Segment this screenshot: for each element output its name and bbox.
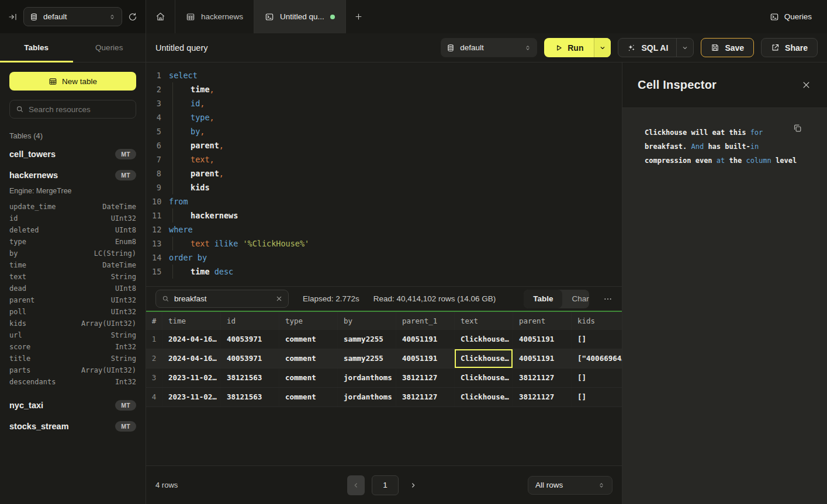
sql-ai-button[interactable]: SQL AI (618, 38, 694, 57)
sidebar-tab-tables[interactable]: Tables (0, 33, 73, 62)
tab-home[interactable] (146, 0, 175, 33)
collapse-sidebar-icon[interactable] (8, 12, 18, 22)
grid-cell[interactable]: 38121127 (396, 369, 455, 387)
sql-token: kids (191, 180, 210, 194)
grid-cell[interactable]: 4 (146, 388, 162, 406)
column-row: kidsArray(UInt32) (9, 318, 136, 329)
table-icon (186, 12, 195, 22)
run-button[interactable]: Run (544, 38, 611, 57)
grid-cell[interactable]: [] (572, 369, 622, 387)
grid-cell[interactable]: sammy2255 (338, 349, 396, 368)
copy-icon[interactable] (793, 123, 802, 133)
grid-header-cell[interactable]: kids (572, 312, 622, 330)
sidebar-table-row[interactable]: stocks_streamMT (9, 416, 136, 437)
results-footer: 4 rows (146, 465, 622, 504)
grid-cell[interactable]: Clickhouse… (455, 369, 513, 387)
grid-cell[interactable]: jordanthoms (338, 388, 396, 406)
sql-token: desc (214, 265, 234, 279)
grid-cell[interactable]: 1 (146, 330, 162, 349)
chevron-down-icon (681, 44, 688, 51)
line-code: parent, (169, 166, 224, 180)
tab-label: hackernews (201, 12, 243, 21)
new-tab-button[interactable] (346, 0, 371, 33)
view-toggle-chart[interactable]: Chart (562, 290, 589, 308)
save-button[interactable]: Save (701, 38, 754, 57)
queries-button[interactable]: Queries (770, 0, 812, 33)
grid-header-cell[interactable]: parent_1 (396, 312, 455, 330)
view-toggle-table[interactable]: Table (524, 290, 562, 308)
read-stat: Read: 40,414,102 rows (14.06 GB) (373, 294, 496, 303)
grid-cell[interactable]: 2024-04-16… (162, 349, 221, 368)
grid-cell[interactable]: 38121563 (221, 388, 279, 406)
selected-cell[interactable]: Clickhouse… (455, 349, 513, 368)
grid-header-cell[interactable]: text (455, 312, 513, 330)
tab-untitled-query[interactable]: Untitled qu... (254, 0, 346, 33)
grid-cell[interactable]: 38121127 (513, 388, 572, 406)
grid-header-cell[interactable]: type (279, 312, 338, 330)
tab-label: Untitled qu... (280, 12, 324, 21)
more-options-icon[interactable] (603, 294, 613, 304)
clear-search-icon[interactable] (276, 296, 282, 302)
sidebar-table-row[interactable]: nyc_taxiMT (9, 395, 136, 416)
column-row: urlString (9, 329, 136, 341)
tab-hackernews[interactable]: hackernews (175, 0, 254, 33)
connection-select[interactable]: default (23, 7, 122, 26)
grid-cell[interactable]: 2023-11-02… (162, 388, 221, 406)
sidebar-table-row[interactable]: hackernewsMT (9, 165, 136, 186)
new-table-button[interactable]: New table (9, 72, 136, 91)
prev-page-button[interactable] (347, 475, 365, 495)
next-page-button[interactable] (406, 475, 421, 495)
column-type: Int32 (115, 341, 136, 353)
grid-cell[interactable]: 40051191 (513, 349, 572, 368)
line-number: 7 (146, 152, 161, 166)
grid-cell[interactable]: comment (279, 369, 338, 387)
results-search[interactable] (155, 290, 289, 308)
grid-cell[interactable]: 40051191 (513, 330, 572, 349)
page-size-select[interactable]: All rows (528, 476, 613, 495)
grid-cell[interactable]: Clickhouse… (455, 388, 513, 406)
resource-search-input[interactable] (29, 105, 130, 114)
grid-cell[interactable]: [] (572, 388, 622, 406)
resource-search[interactable] (9, 100, 136, 119)
sidebar-table-row[interactable]: cell_towersMT (9, 144, 136, 165)
share-button[interactable]: Share (761, 38, 818, 57)
grid-cell[interactable]: sammy2255 (338, 330, 396, 349)
sql-editor[interactable]: 1select2time,3id,4type,5by,6parent,7text… (146, 62, 622, 286)
run-options-button[interactable] (594, 38, 611, 57)
grid-cell[interactable]: jordanthoms (338, 369, 396, 387)
grid-cell[interactable]: 2 (146, 349, 162, 368)
queries-button-label: Queries (784, 12, 812, 21)
grid-cell[interactable]: 3 (146, 369, 162, 387)
search-icon (16, 105, 24, 113)
query-connection-select[interactable]: default (441, 38, 537, 57)
grid-cell[interactable]: Clickhouse… (455, 330, 513, 349)
grid-header-cell[interactable]: time (162, 312, 221, 330)
grid-header-cell[interactable]: parent (513, 312, 572, 330)
grid-header-cell[interactable]: by (338, 312, 396, 330)
results-search-input[interactable] (174, 294, 271, 303)
grid-cell[interactable]: 40051191 (396, 330, 455, 349)
grid-cell[interactable]: 38121127 (513, 369, 572, 387)
sidebar-tab-queries[interactable]: Queries (73, 33, 146, 62)
close-icon[interactable] (802, 81, 811, 89)
grid-cell[interactable]: 2023-11-02… (162, 369, 221, 387)
grid-cell[interactable]: comment (279, 330, 338, 349)
grid-cell[interactable]: 38121563 (221, 369, 279, 387)
grid-cell[interactable]: comment (279, 388, 338, 406)
grid-header-cell[interactable]: # (146, 312, 162, 330)
grid-cell[interactable]: comment (279, 349, 338, 368)
page-number-input[interactable] (372, 475, 399, 495)
grid-cell[interactable]: 40051191 (396, 349, 455, 368)
line-number: 9 (146, 180, 161, 194)
sql-token (238, 237, 243, 251)
grid-cell[interactable]: ["40066964… (572, 349, 622, 368)
grid-cell[interactable]: 38121127 (396, 388, 455, 406)
grid-cell[interactable]: 40053971 (221, 349, 279, 368)
grid-header-cell[interactable]: id (221, 312, 279, 330)
grid-cell[interactable]: 2024-04-16… (162, 330, 221, 349)
grid-row: 42023-11-02…38121563commentjordanthoms38… (146, 388, 622, 407)
sql-ai-options-button[interactable] (676, 39, 693, 57)
grid-cell[interactable]: 40053971 (221, 330, 279, 349)
grid-cell[interactable]: [] (572, 330, 622, 349)
refresh-icon[interactable] (128, 12, 137, 22)
